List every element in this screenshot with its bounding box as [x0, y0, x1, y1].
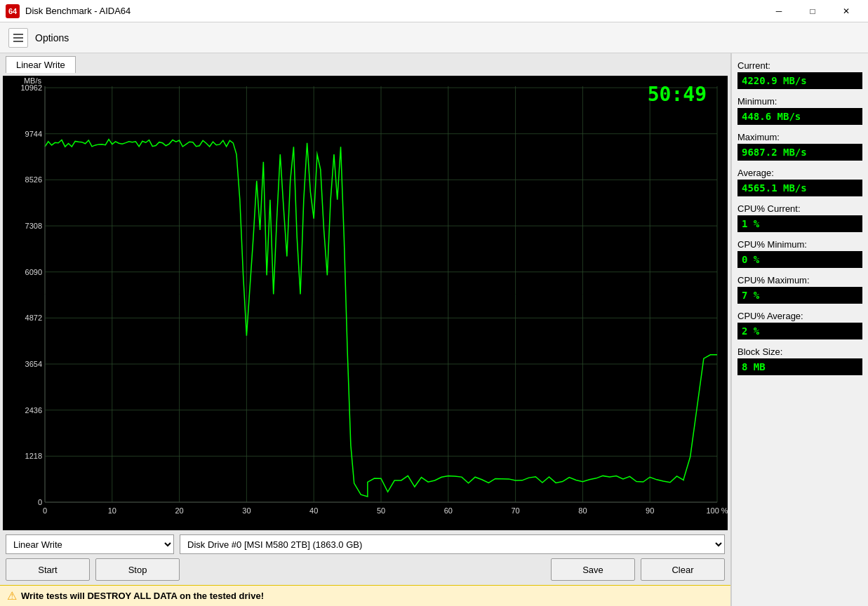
average-label: Average: [737, 168, 862, 178]
stat-cpu-maximum: CPU% Maximum: 7 % [737, 275, 862, 304]
toolbar: Options [0, 22, 868, 53]
options-icon[interactable] [8, 28, 28, 48]
maximize-button[interactable]: □ [796, 0, 829, 22]
stat-cpu-average: CPU% Average: 2 % [737, 311, 862, 339]
chart-container: 50:49 [3, 76, 728, 530]
start-button[interactable]: Start [6, 558, 90, 581]
svg-rect-1 [13, 37, 23, 39]
cpu-current-value: 1 % [737, 215, 862, 232]
warning-text: Write tests will DESTROY ALL DATA on the… [21, 591, 264, 601]
titlebar: 64 Disk Benchmark - AIDA64 ─ □ ✕ [0, 0, 868, 22]
svg-rect-0 [13, 34, 23, 35]
stat-block-size: Block Size: 8 MB [737, 346, 862, 375]
minimize-button[interactable]: ─ [763, 0, 795, 22]
minimum-label: Minimum: [737, 96, 862, 107]
cpu-minimum-value: 0 % [737, 251, 862, 268]
current-value: 4220.9 MB/s [737, 72, 862, 89]
cpu-maximum-label: CPU% Maximum: [737, 275, 862, 285]
timer-display: 50:49 [648, 83, 707, 106]
stat-maximum: Maximum: 9687.2 MB/s [737, 132, 862, 161]
chart-canvas [3, 76, 728, 530]
warning-bar: ⚠ Write tests will DESTROY ALL DATA on t… [0, 585, 730, 606]
cpu-minimum-label: CPU% Minimum: [737, 239, 862, 250]
chart-tab-label[interactable]: Linear Write [6, 56, 76, 73]
main-area: Linear Write 50:49 Linear Write Linear R… [0, 53, 868, 606]
warning-icon: ⚠ [7, 589, 17, 602]
stat-cpu-current: CPU% Current: 1 % [737, 203, 862, 232]
bottom-controls: Linear Write Linear Read Random Write Ra… [0, 530, 730, 585]
maximum-value: 9687.2 MB/s [737, 144, 862, 161]
svg-rect-2 [13, 41, 23, 42]
titlebar-controls: ─ □ ✕ [763, 0, 862, 22]
test-select[interactable]: Linear Write Linear Read Random Write Ra… [6, 534, 174, 554]
options-label: Options [35, 32, 69, 43]
chart-tab: Linear Write [0, 53, 730, 76]
average-value: 4565.1 MB/s [737, 180, 862, 196]
titlebar-title: Disk Benchmark - AIDA64 [25, 6, 131, 16]
minimum-value: 448.6 MB/s [737, 108, 862, 125]
save-button[interactable]: Save [551, 558, 635, 581]
cpu-current-label: CPU% Current: [737, 203, 862, 214]
stop-button[interactable]: Stop [95, 558, 180, 581]
close-button[interactable]: ✕ [830, 0, 862, 22]
cpu-average-label: CPU% Average: [737, 311, 862, 321]
drive-select[interactable]: Disk Drive #0 [MSI M580 2TB] (1863.0 GB) [180, 534, 725, 554]
stat-average: Average: 4565.1 MB/s [737, 168, 862, 196]
right-panel: Current: 4220.9 MB/s Minimum: 448.6 MB/s… [731, 53, 868, 606]
app-icon: 64 [6, 4, 20, 18]
block-size-value: 8 MB [737, 358, 862, 375]
stat-minimum: Minimum: 448.6 MB/s [737, 96, 862, 125]
stat-cpu-minimum: CPU% Minimum: 0 % [737, 239, 862, 268]
block-size-label: Block Size: [737, 346, 862, 357]
left-panel: Linear Write 50:49 Linear Write Linear R… [0, 53, 731, 606]
maximum-label: Maximum: [737, 132, 862, 142]
cpu-average-value: 2 % [737, 323, 862, 339]
controls-row2: Start Stop Save Clear [6, 558, 725, 581]
stat-current: Current: 4220.9 MB/s [737, 60, 862, 89]
controls-row1: Linear Write Linear Read Random Write Ra… [6, 534, 725, 554]
clear-button[interactable]: Clear [641, 558, 725, 581]
cpu-maximum-value: 7 % [737, 287, 862, 304]
titlebar-left: 64 Disk Benchmark - AIDA64 [6, 4, 131, 18]
current-label: Current: [737, 60, 862, 71]
